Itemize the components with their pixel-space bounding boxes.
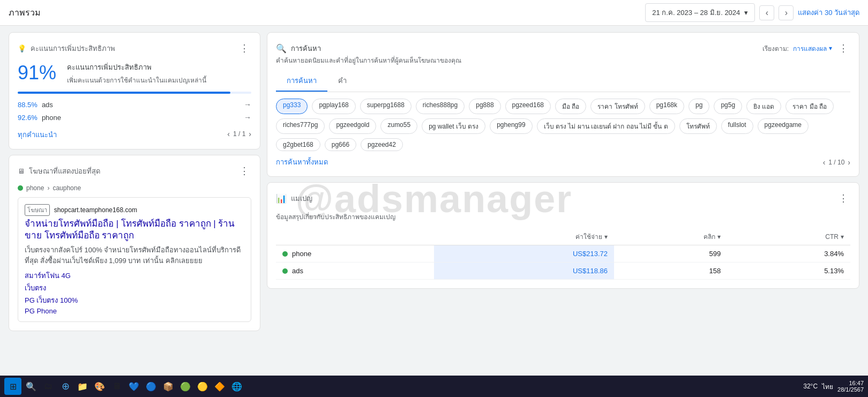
score-label-phone: phone: [42, 114, 61, 122]
search-tag-23[interactable]: pg666: [325, 138, 356, 151]
table-row: ads US$118.86 158 5.13%: [276, 263, 850, 280]
search-tag-3[interactable]: riches888pg: [416, 99, 465, 114]
th-ctr[interactable]: CTR ▾: [727, 228, 850, 245]
score-card: 💡 คะแนนการเพิ่มประสิทธิภาพ ⋮ 91% คะแนนกา…: [9, 32, 260, 149]
sort-button[interactable]: การแสดงผล ▾: [793, 43, 832, 54]
row-clicks-0: 599: [614, 245, 727, 263]
ad-link-1[interactable]: สมาร์ทโฟน 4G: [25, 270, 244, 281]
search-tag-15[interactable]: zumo55: [380, 118, 417, 134]
ad-link-4[interactable]: PG Phone: [25, 307, 244, 315]
th-cost-chevron-icon: ▾: [604, 233, 608, 241]
row-campaign-name-0: phone: [292, 250, 311, 258]
tab-words[interactable]: คำ: [327, 71, 357, 92]
date-range-button[interactable]: 21 ก.ค. 2023 – 28 มิ.ย. 2024 ▾: [645, 3, 755, 22]
search-tag-9[interactable]: pg: [689, 99, 709, 114]
search-tag-14[interactable]: pgzeedgold: [329, 118, 376, 134]
score-tag-ads: 88.5%: [18, 101, 38, 109]
all-suggestions-link[interactable]: ทุกคำแนะนำ: [18, 129, 57, 140]
score-section: 91% คะแนนการเพิ่มประสิทธิภาพ เพิ่มคะแนนด…: [18, 62, 251, 85]
th-cost[interactable]: ค่าใช้จ่าย ▾: [434, 228, 614, 245]
score-rows: 88.5% ads → 92.6% phone →: [18, 100, 251, 122]
search-tag-7[interactable]: ราคา โทรศัพท์: [590, 99, 645, 114]
search-tag-16[interactable]: pg wallet เว็บ ตรง: [422, 118, 485, 134]
search-tag-13[interactable]: riches777pg: [276, 118, 325, 134]
breadcrumb-cauphone: cauphone: [53, 184, 81, 192]
score-card-menu-icon[interactable]: ⋮: [237, 41, 251, 55]
search-tag-21[interactable]: pgzeedgame: [758, 118, 809, 134]
bulb-icon: 💡: [18, 44, 26, 53]
search-tag-6[interactable]: มือ ถือ: [555, 99, 586, 114]
campaign-card-menu-icon[interactable]: ⋮: [836, 191, 850, 205]
last-30-link[interactable]: แสดงค่า 30 วันล่าสุด: [798, 7, 859, 18]
sort-label: เรียงตาม:: [762, 43, 789, 54]
row-ctr-1: 5.13%: [727, 263, 850, 280]
row-cost-0: US$213.72: [434, 245, 614, 263]
score-label-ads: ads: [42, 101, 53, 109]
performance-table: ค่าใช้จ่าย ▾ คลิก ▾ CTR: [276, 228, 850, 280]
ad-card-header: 🖥 โฆษณาที่แสดงบ่อยที่สุด ⋮: [18, 164, 251, 178]
sort-chevron-icon: ▾: [829, 44, 832, 52]
search-tag-22[interactable]: g2gbet168: [276, 138, 320, 151]
next-arrow-button[interactable]: ›: [779, 5, 794, 20]
bar-chart-icon: 📊: [276, 193, 287, 204]
search-tag-20[interactable]: fullslot: [721, 118, 753, 134]
score-card-header: 💡 คะแนนการเพิ่มประสิทธิภาพ ⋮: [18, 41, 251, 55]
search-prev-icon[interactable]: ‹: [823, 158, 826, 167]
ad-sitelinks: สมาร์ทโฟน 4G เว็บตรง PG เว็บตรง 100% PG …: [25, 270, 244, 315]
search-tag-8[interactable]: pg168k: [649, 99, 684, 114]
score-subtitle: เพิ่มคะแนนด้วยการใช้คำแนะนำในแคมเปญเหล่า…: [67, 75, 206, 85]
ad-url: shopcart.teamphone168.com: [54, 206, 137, 214]
ad-badge: โฆษณา: [25, 204, 50, 216]
score-arrow-phone[interactable]: →: [244, 113, 251, 122]
score-prev-icon[interactable]: ‹: [227, 130, 230, 138]
score-percent: 91%: [18, 62, 56, 84]
search-tag-4[interactable]: pg888: [469, 99, 500, 114]
search-pagination: ‹ 1 / 10 ›: [823, 158, 850, 167]
breadcrumb-phone: phone: [26, 184, 44, 192]
row-cost-1: US$118.86: [434, 263, 614, 280]
date-range-label: 21 ก.ค. 2023 – 28 มิ.ย. 2024: [652, 7, 740, 18]
search-tabs: การค้นหา คำ: [276, 71, 850, 92]
th-clicks[interactable]: คลิก ▾: [614, 228, 727, 245]
search-tag-1[interactable]: pgplay168: [312, 99, 355, 114]
search-tag-11[interactable]: ยิง แอด: [746, 99, 781, 114]
th-ctr-label: CTR: [825, 233, 839, 241]
search-tag-0[interactable]: pg333: [276, 99, 308, 114]
search-tag-2[interactable]: superpg1688: [360, 99, 411, 114]
prev-arrow-button[interactable]: ‹: [759, 5, 774, 20]
score-arrow-ads[interactable]: →: [244, 100, 251, 109]
score-next-icon[interactable]: ›: [249, 130, 251, 138]
chevron-down-icon: ▾: [744, 9, 748, 17]
ad-card-menu-icon[interactable]: ⋮: [237, 164, 251, 178]
search-card-header: 🔍 การค้นหา เรียงตาม: การแสดงผล ▾ ⋮: [276, 41, 850, 55]
all-searches-link[interactable]: การค้นหาทั้งหมด: [276, 156, 328, 168]
search-tag-12[interactable]: ราคา มือ ถือ: [785, 99, 834, 114]
search-tag-17[interactable]: pgheng99: [490, 118, 532, 134]
search-tag-10[interactable]: pg5g: [714, 99, 742, 114]
search-tags: pg333pgplay168superpg1688riches888pgpg88…: [276, 99, 850, 151]
green-status-dot: [18, 185, 23, 191]
row-status-dot-1: [282, 268, 288, 274]
row-ctr-0: 3.84%: [727, 245, 850, 263]
page-title: ภาพรวม: [9, 6, 41, 19]
search-next-icon[interactable]: ›: [848, 158, 850, 167]
left-column: 💡 คะแนนการเพิ่มประสิทธิภาพ ⋮ 91% คะแนนกา…: [9, 32, 260, 358]
ad-link-2[interactable]: เว็บตรง: [25, 282, 244, 294]
score-card-title: 💡 คะแนนการเพิ่มประสิทธิภาพ: [18, 43, 115, 54]
score-title: คะแนนการเพิ่มประสิทธิภาพ: [67, 62, 206, 73]
ad-link-3[interactable]: PG เว็บตรง 100%: [25, 295, 244, 306]
sort-value: การแสดงผล: [793, 43, 827, 54]
tab-search-terms[interactable]: การค้นหา: [276, 71, 327, 92]
top-bar: ภาพรวม 21 ก.ค. 2023 – 28 มิ.ย. 2024 ▾ ‹ …: [0, 0, 868, 26]
row-clicks-1: 158: [614, 263, 727, 280]
search-tag-5[interactable]: pgzeed168: [505, 99, 551, 114]
score-row-phone: 92.6% phone →: [18, 113, 251, 122]
th-clicks-chevron-icon: ▾: [717, 233, 721, 241]
search-tag-24[interactable]: pgzeed42: [361, 138, 403, 151]
search-tag-18[interactable]: เว็บ ตรง ไม่ ผาน เอเยนต์ ฝาก ถอน ไม่มี ข…: [537, 118, 675, 134]
search-card-menu-icon[interactable]: ⋮: [836, 41, 850, 55]
th-cost-label: ค่าใช้จ่าย: [575, 231, 602, 242]
campaign-card-title: แมเปญ: [291, 193, 312, 204]
ad-title[interactable]: จำหน่ายโทรศัพท์มือถือ | โทรศัพท์มือถือ ร…: [25, 218, 244, 242]
search-tag-19[interactable]: โทรศัพท์: [679, 118, 717, 134]
